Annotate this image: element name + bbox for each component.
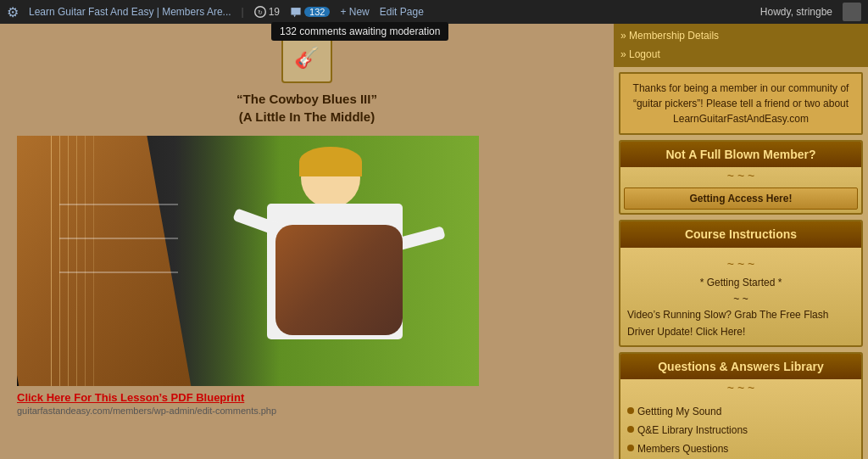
membership-details-link[interactable]: Membership Details: [620, 30, 719, 42]
logout-link[interactable]: Logout: [620, 48, 660, 60]
qa-item-2-label[interactable]: Q&E Library Instructions: [637, 423, 748, 439]
admin-bar: ⚙ Learn Guitar Fast And Easy | Members A…: [0, 0, 868, 24]
ornament-ci: ~ ~ ~: [627, 253, 854, 275]
qa-body: Gettting My Sound Q&E Library Instructio…: [620, 396, 861, 459]
comments-badge[interactable]: 132: [304, 7, 330, 17]
comments-icon[interactable]: 132: [290, 6, 330, 18]
qa-item-1[interactable]: Gettting My Sound: [627, 404, 854, 420]
edit-page-button[interactable]: Edit Page: [380, 6, 424, 18]
admin-sep: |: [242, 6, 244, 18]
qa-item-2[interactable]: Q&E Library Instructions: [627, 423, 854, 439]
user-avatar: [843, 3, 861, 21]
bullet-dot-2: [627, 426, 634, 433]
pdf-link[interactable]: Click Here For This Lesson’s PDF Bluepri…: [17, 391, 597, 404]
main-content: 🎸 “The Cowboy Blues III” (A Little In Th…: [0, 24, 614, 459]
updates-icon[interactable]: ↻ 19: [254, 6, 280, 18]
welcome-box: Thanks for being a member in our communi…: [619, 72, 863, 135]
not-member-header: Not A Full Blown Member?: [620, 142, 861, 167]
svg-text:↻: ↻: [258, 9, 263, 15]
sidebar-top-links: Membership Details Logout: [614, 24, 868, 67]
page-wrapper: 🎸 “The Cowboy Blues III” (A Little In Th…: [0, 24, 868, 459]
ornament-ci2: ~ ~: [627, 291, 854, 307]
bullet-dot-3: [627, 445, 634, 451]
qa-header: Questions & Answers Library: [620, 354, 861, 379]
qa-item-1-label[interactable]: Gettting My Sound: [637, 404, 721, 420]
site-title[interactable]: Learn Guitar Fast And Easy | Members Are…: [29, 6, 231, 18]
url-bar: guitarfastandeasy.com/members/wp-admin/e…: [17, 406, 597, 416]
lesson-title: “The Cowboy Blues III” (A Little In The …: [17, 90, 597, 126]
qa-item-3-label[interactable]: Members Questions: [637, 441, 728, 457]
getting-access-button[interactable]: Getting Access Here!: [624, 188, 858, 210]
new-button[interactable]: + New: [340, 6, 369, 18]
sidebar: Membership Details Logout Thanks for bei…: [614, 24, 868, 459]
qa-section: Questions & Answers Library ~ ~ ~ Gettti…: [619, 352, 863, 459]
course-instructions-section: Course Instructions ~ ~ ~ * Getting Star…: [619, 220, 863, 346]
wp-logo-icon[interactable]: ⚙: [7, 4, 19, 20]
course-instructions-body: ~ ~ ~ * Getting Started * ~ ~ Video’s Ru…: [620, 248, 861, 345]
howdy-text: Howdy, stringbe: [760, 6, 832, 18]
comments-tooltip: 132 comments awaiting moderation: [271, 22, 448, 41]
ornament-qa: ~ ~ ~: [620, 379, 861, 396]
video-player[interactable]: [17, 136, 479, 386]
bullet-dot-1: [627, 407, 634, 414]
qa-item-3[interactable]: Members Questions: [627, 441, 854, 457]
flash-driver-text: Video’s Running Slow? Grab The Free Flas…: [627, 307, 854, 339]
not-member-section: Not A Full Blown Member? ~ ~ ~ Getting A…: [619, 140, 863, 215]
ornament-1: ~ ~ ~: [620, 167, 861, 184]
course-instructions-header: Course Instructions: [620, 221, 861, 247]
getting-started-text: * Getting Started *: [627, 275, 854, 291]
updates-count: 19: [269, 6, 280, 18]
